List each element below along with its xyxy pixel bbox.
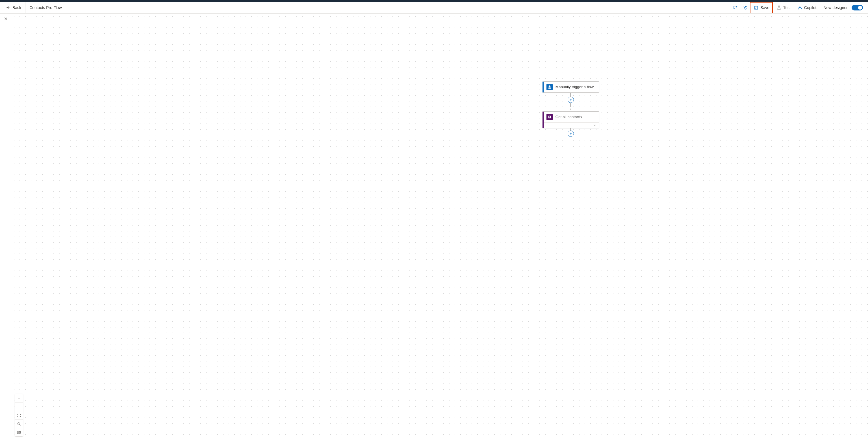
save-button[interactable]: Save: [750, 2, 773, 13]
action-node-footer: [544, 122, 599, 128]
svg-point-0: [736, 6, 737, 6]
test-label: Test: [783, 5, 790, 10]
back-button[interactable]: Back: [2, 2, 25, 13]
svg-point-1: [746, 6, 747, 7]
connector-1: [568, 93, 574, 111]
workspace: Manually trigger a flow Get all: [0, 13, 868, 440]
arrow-down-icon: [569, 107, 572, 111]
back-label: Back: [12, 5, 21, 10]
flow-title[interactable]: Contacts Pro Flow: [25, 5, 66, 10]
add-step-button-2[interactable]: [568, 131, 574, 137]
save-label: Save: [761, 5, 769, 10]
left-panel-expand-button[interactable]: [0, 13, 11, 440]
chevron-double-right-icon: [3, 17, 8, 21]
feedback-icon: [733, 5, 738, 10]
feedback-button[interactable]: [731, 2, 740, 13]
search-canvas-button[interactable]: [15, 419, 23, 428]
zoom-in-button[interactable]: [15, 394, 23, 402]
new-designer-label: New designer: [824, 5, 848, 10]
svg-point-4: [549, 117, 550, 117]
stethoscope-icon: [743, 5, 748, 10]
flask-icon: [776, 5, 781, 10]
svg-point-7: [18, 422, 20, 425]
flow-graph: Manually trigger a flow Get all: [542, 82, 599, 137]
trigger-node-label: Manually trigger a flow: [556, 85, 594, 90]
flow-canvas[interactable]: Manually trigger a flow Get all: [11, 13, 868, 440]
arrow-left-icon: [6, 5, 10, 10]
flow-checker-button[interactable]: [740, 2, 750, 13]
svg-point-5: [593, 125, 594, 126]
zoom-out-button[interactable]: [15, 402, 23, 411]
new-designer-toggle-group: New designer: [820, 2, 866, 13]
trigger-node[interactable]: Manually trigger a flow: [542, 82, 599, 93]
canvas-controls: [15, 394, 23, 437]
save-icon: [753, 5, 758, 10]
action-node-icon: [547, 114, 553, 120]
new-designer-toggle[interactable]: [851, 5, 863, 10]
fit-to-screen-button[interactable]: [15, 411, 23, 419]
copilot-button[interactable]: Copilot: [794, 2, 820, 13]
svg-point-6: [594, 125, 596, 126]
action-node-label: Get all contacts: [556, 115, 582, 120]
minimap-button[interactable]: [15, 428, 23, 436]
connection-link-icon: [592, 124, 596, 127]
copilot-label: Copilot: [804, 5, 816, 10]
action-node-get-contacts[interactable]: Get all contacts: [542, 111, 599, 128]
add-step-button-1[interactable]: [568, 97, 574, 103]
app-header: Back Contacts Pro Flow Save Test: [0, 2, 868, 13]
trigger-node-icon: [547, 84, 553, 90]
test-button: Test: [773, 2, 794, 13]
svg-rect-2: [755, 8, 757, 9]
connector-2: [568, 128, 574, 137]
copilot-icon: [797, 5, 802, 10]
